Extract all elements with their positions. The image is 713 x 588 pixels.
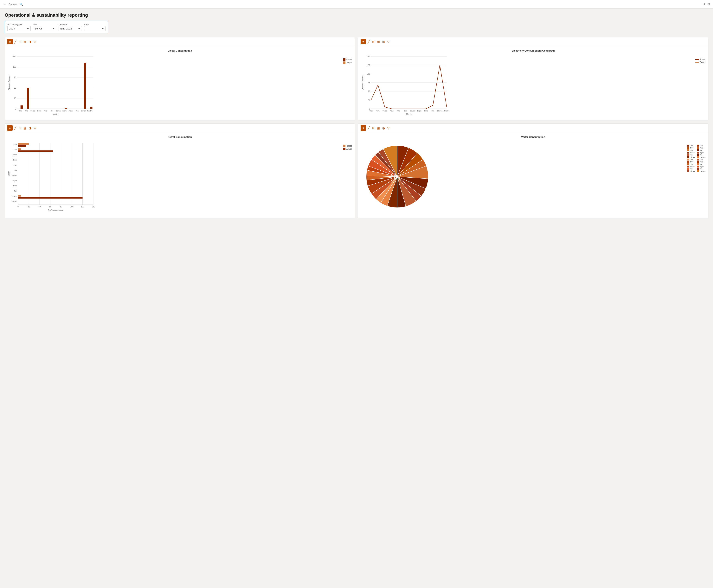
- electricity-legend-actual: Actual: [695, 58, 705, 61]
- diesel-legend-list: Actual Target: [343, 58, 352, 64]
- water-legend-6: Seven: [687, 152, 695, 153]
- electricity-star-button[interactable]: ★: [361, 39, 366, 44]
- diesel-table-icon[interactable]: ⊞: [19, 40, 21, 44]
- water-legend-14: Three: [687, 161, 695, 163]
- svg-text:Eleven: Eleven: [437, 110, 443, 112]
- accounting-year-select[interactable]: 2023 2022 2021: [7, 26, 30, 31]
- site-select[interactable]: Bel Air: [33, 26, 56, 31]
- water-line-icon[interactable]: ╱: [368, 126, 370, 130]
- petrol-star-button[interactable]: ★: [7, 125, 13, 131]
- water-slice-label-4: Five: [690, 149, 693, 151]
- svg-text:Eight: Eight: [417, 110, 421, 112]
- petrol-bar-icon[interactable]: ▦: [23, 126, 26, 130]
- petrol-legend: Target Actual: [341, 141, 352, 150]
- water-legend-17: Six: [697, 163, 705, 165]
- electricity-pie-icon[interactable]: ◑: [382, 40, 385, 44]
- electricity-line-icon[interactable]: ╱: [368, 40, 370, 44]
- water-chart-title: Water Consumption: [361, 135, 705, 139]
- water-slice-label-3: Four: [700, 147, 703, 149]
- water-table-icon[interactable]: ⊞: [372, 126, 374, 130]
- petrol-table-icon[interactable]: ⊞: [19, 126, 21, 130]
- svg-text:140: 140: [92, 206, 95, 208]
- svg-text:Twelve: Twelve: [87, 110, 93, 112]
- water-legend-5: Six: [697, 149, 705, 151]
- search-icon[interactable]: 🔍: [20, 3, 23, 6]
- diesel-legend-target: Target: [343, 61, 352, 64]
- water-slice-label-20: Nine: [690, 168, 694, 170]
- diesel-legend: Actual Target: [341, 55, 352, 64]
- water-slice-label-21: Ten: [700, 168, 702, 170]
- electricity-chart-area: Electricity Consumption (Coal fired) 025…: [358, 46, 708, 120]
- water-legend-3: Four: [697, 147, 705, 149]
- electricity-bar-icon[interactable]: ▦: [377, 40, 380, 44]
- refresh-icon[interactable]: ↺: [702, 2, 705, 6]
- water-slice-label-15: Four: [700, 161, 703, 163]
- water-slice-label-23: Twelve: [700, 170, 705, 172]
- electricity-chart-title: Electricity Consumption (Coal fired): [361, 49, 705, 52]
- water-slice-label-10: Eleven: [690, 156, 695, 158]
- petrol-filter-icon[interactable]: ▽: [34, 126, 36, 130]
- template-select[interactable]: ENV 2022: [59, 26, 82, 31]
- diesel-legend-actual: Actual: [343, 58, 352, 61]
- svg-text:Five: Five: [397, 110, 400, 112]
- water-filter-icon[interactable]: ▽: [387, 126, 389, 130]
- water-legend-20: Nine: [687, 168, 695, 170]
- water-slice-label-1: Two: [700, 145, 703, 147]
- water-slice-color-21: [697, 168, 699, 170]
- electricity-table-icon[interactable]: ⊞: [372, 40, 374, 44]
- svg-rect-78: [18, 145, 26, 147]
- diesel-pie-icon[interactable]: ◑: [29, 40, 32, 44]
- charts-grid: ★ ╱ ⊞ ▦ ◑ ▽ Diesel Consumption 025507510…: [5, 37, 708, 218]
- diesel-star-button[interactable]: ★: [7, 39, 13, 44]
- electricity-filter-icon[interactable]: ▽: [387, 40, 389, 44]
- water-slice-label-8: Nine: [690, 154, 694, 156]
- svg-text:Seven: Seven: [12, 174, 17, 176]
- water-legend-23: Twelve: [697, 170, 705, 172]
- svg-rect-25: [84, 63, 86, 109]
- svg-text:Nine: Nine: [69, 110, 73, 112]
- petrol-line-icon[interactable]: ╱: [14, 126, 16, 130]
- water-legend-13: Two: [697, 159, 705, 161]
- water-slice-color-5: [697, 149, 699, 151]
- svg-rect-27: [90, 107, 92, 109]
- water-bar-icon[interactable]: ▦: [377, 126, 380, 130]
- diesel-filter-icon[interactable]: ▽: [34, 40, 36, 44]
- svg-text:0: 0: [15, 108, 16, 110]
- svg-text:Twelve: Twelve: [12, 200, 17, 202]
- site-label: Site: [33, 23, 56, 26]
- svg-text:Three: Three: [383, 110, 387, 112]
- petrol-legend-list: Target Actual: [343, 145, 352, 150]
- water-slice-label-9: Ten: [700, 154, 702, 156]
- water-slice-color-13: [697, 159, 699, 161]
- svg-text:50: 50: [14, 87, 16, 89]
- petrol-pie-icon[interactable]: ◑: [29, 126, 32, 130]
- svg-rect-80: [18, 148, 21, 150]
- svg-text:Five: Five: [14, 164, 17, 166]
- water-slice-color-22: [687, 170, 689, 172]
- water-slice-color-2: [687, 147, 689, 149]
- water-legend-11: Twelve: [697, 156, 705, 158]
- svg-text:100: 100: [367, 73, 370, 75]
- back-button[interactable]: ←: [3, 2, 6, 6]
- diesel-line-icon[interactable]: ╱: [14, 40, 16, 44]
- diesel-target-label: Target: [346, 62, 352, 64]
- water-toolbar: ★ ╱ ⊞ ▦ ◑ ▽: [358, 124, 708, 132]
- water-slice-color-18: [687, 166, 689, 168]
- area-select[interactable]: [84, 26, 105, 31]
- svg-text:100: 100: [70, 206, 74, 208]
- electricity-chart-card: ★ ╱ ⊞ ▦ ◑ ▽ Electricity Consumption (Coa…: [358, 37, 708, 120]
- water-legend: One Two Three Four Five Six Seven Eight …: [685, 141, 705, 172]
- water-legend-0: One: [687, 145, 695, 147]
- water-star-button[interactable]: ★: [361, 125, 366, 131]
- water-pie-icon[interactable]: ◑: [382, 126, 385, 130]
- diesel-bar-icon[interactable]: ▦: [23, 40, 26, 44]
- filters-row: Accounting year 2023 2022 2021 Site Bel …: [5, 21, 108, 33]
- svg-text:Six: Six: [50, 110, 53, 112]
- svg-text:Ten: Ten: [432, 110, 434, 112]
- water-legend-10: Eleven: [687, 156, 695, 158]
- open-icon[interactable]: ⊡: [707, 2, 710, 6]
- electricity-svg-wrap: 0255075100125150OneTwoThreeFourFiveSixSe…: [361, 55, 693, 117]
- water-slice-color-20: [687, 168, 689, 170]
- water-chart-body: One Two Three Four Five Six Seven Eight …: [361, 141, 705, 215]
- water-slice-label-19: Eight: [700, 166, 704, 168]
